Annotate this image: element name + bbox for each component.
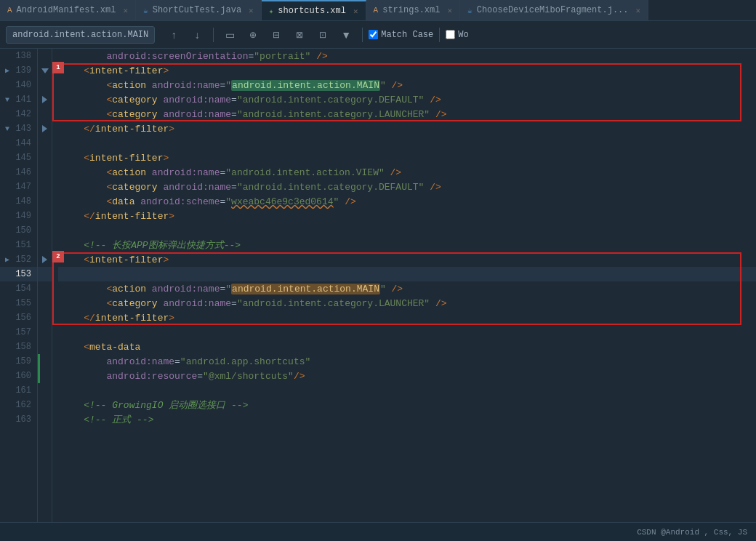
code-line-162[interactable]: <!-- GrowingIO 启动圈选接口 --> [58,398,756,412]
line-numbers: 138 139▶ 140 141▼ 142 143▼ 144 145 146 1… [0,49,38,522]
linenum-154: 154 [0,281,37,296]
tab-close-androidmanifest[interactable]: ✕ [123,6,128,15]
linenum-163: 163 [0,412,37,427]
linenum-156: 156 [0,310,37,325]
match-case-label: Match Case [381,30,433,40]
fold-triangle-141[interactable] [42,96,47,103]
linenum-138: 138 [0,49,37,63]
code-line-140[interactable]: <action android:name="android.intent.act… [58,78,756,92]
status-text: CSDN @Android , Css, JS [637,528,747,537]
tab-shortcuttest[interactable]: ☕ ShortCutTest.java ✕ [136,0,262,21]
view-btn-1[interactable]: ▭ [220,25,240,44]
code-line-154[interactable]: <action android:name="android.intent.act… [58,281,756,296]
gutter-144 [38,136,52,151]
code-line-159[interactable]: android:name="android.app.shortcuts" [58,354,756,369]
linenum-145: 145 [0,151,37,165]
linenum-143: 143▼ [0,121,37,136]
fold-icon-143[interactable]: ▼ [3,124,12,133]
wo-label: Wo [458,30,468,40]
tab-close-strings[interactable]: ✕ [447,6,452,15]
gutter-148 [38,194,52,209]
tab-label-shortcuttest: ShortCutTest.java [153,5,241,15]
tab-choosemibo[interactable]: ☕ ChooseDeviceMiboFragment.j... ✕ [460,0,648,21]
match-badge-2: 2 [52,251,64,263]
fold-triangle-139[interactable] [41,68,49,73]
linenum-162: 162 [0,398,37,412]
toolbar-sep-2 [362,28,363,42]
gutter-143[interactable] [38,121,52,136]
linenum-144: 144 [0,136,37,151]
scroll-down-button[interactable]: ↓ [187,25,207,44]
tab-label-choosemibo: ChooseDeviceMiboFragment.j... [477,5,629,15]
view-btn-5[interactable]: ⊡ [313,25,333,44]
tab-icon-shortcuts: ✦ [269,7,274,16]
code-line-153[interactable] [58,267,756,281]
tab-label-androidmanifest: AndroidManifest.xml [17,5,116,15]
code-line-144[interactable] [58,136,756,151]
match-case-checkbox[interactable] [369,30,378,39]
tab-close-shortcuttest[interactable]: ✕ [249,6,254,15]
linenum-152: 152▶ [0,252,37,267]
tab-close-shortcuts[interactable]: ✕ [353,7,358,16]
fold-icon-139[interactable]: ▶ [3,66,12,75]
gutter-153 [38,267,52,281]
code-line-138[interactable]: android:screenOrientation="portrait" /> [58,49,756,63]
linenum-141: 141▼ [0,92,37,107]
fold-icon-152[interactable]: ▶ [3,255,12,264]
code-line-149[interactable]: </intent-filter> [58,209,756,223]
filter-btn[interactable]: ▼ [336,25,356,44]
tab-shortcuts[interactable]: ✦ shortcuts.xml ✕ [262,0,366,21]
tab-strings[interactable]: A strings.xml ✕ [366,0,460,21]
linenum-158: 158 [0,340,37,354]
code-line-147[interactable]: <category android:name="android.intent.c… [58,180,756,194]
code-line-141[interactable]: <category android:name="android.intent.c… [58,92,756,107]
gutter-139[interactable] [38,63,52,78]
fold-icon-141[interactable]: ▼ [3,95,12,104]
fold-triangle-143[interactable] [42,125,47,132]
code-line-158[interactable]: <meta-data [58,340,756,354]
linenum-155: 155 [0,296,37,310]
code-line-146[interactable]: <action android:name="android.intent.act… [58,165,756,180]
code-line-150[interactable] [58,223,756,238]
code-line-151[interactable]: <!-- 长按APP图标弹出快捷方式--> [58,238,756,252]
gutter-160 [38,369,52,383]
code-line-142[interactable]: <category android:name="android.intent.c… [58,107,756,121]
view-btn-4[interactable]: ⊠ [289,25,310,44]
code-line-163[interactable]: <!-- 正式 --> [58,412,756,427]
tab-bar: A AndroidManifest.xml ✕ ☕ ShortCutTest.j… [0,0,756,21]
code-line-152[interactable]: <intent-filter> [58,252,756,267]
gutter-146 [38,165,52,180]
tab-androidmanifest[interactable]: A AndroidManifest.xml ✕ [0,0,136,21]
code-line-143[interactable]: </intent-filter> [58,121,756,136]
gutter-138 [38,49,52,63]
status-bar: CSDN @Android , Css, JS [0,522,756,541]
code-line-139[interactable]: <intent-filter> [58,63,756,78]
match-case-checkbox-label[interactable]: Match Case [369,30,433,40]
gutter-140 [38,78,52,92]
gutter-141[interactable] [38,92,52,107]
tab-icon-shortcuttest: ☕ [143,6,148,15]
code-line-156[interactable]: </intent-filter> [58,310,756,325]
toolbar: android.intent.action.MAIN ↑ ↓ ▭ ⊕ ⊟ ⊠ ⊡… [0,21,756,49]
gutter-162 [38,398,52,412]
wo-checkbox[interactable] [446,30,455,39]
code-line-157[interactable] [58,325,756,340]
gutter-151 [38,238,52,252]
wo-checkbox-label[interactable]: Wo [446,30,468,40]
scroll-up-button[interactable]: ↑ [164,25,184,44]
match-badge-1: 1 [52,62,64,73]
code-line-145[interactable]: <intent-filter> [58,151,756,165]
gutter-152[interactable] [38,252,52,267]
gutter-156 [38,310,52,325]
code-line-148[interactable]: <data android:scheme="wxeabc46e9c3ed0614… [58,194,756,209]
linenum-153: 153 [0,267,37,281]
view-btn-3[interactable]: ⊟ [266,25,286,44]
code-line-161[interactable] [58,383,756,398]
fold-triangle-152[interactable] [42,256,47,263]
code-content[interactable]: 1 2 android:screenOrientation="portrait"… [52,49,756,522]
tab-close-choosemibo[interactable]: ✕ [636,6,641,15]
code-line-155[interactable]: <category android:name="android.intent.c… [58,296,756,310]
code-line-160[interactable]: android:resource="@xml/shortcuts"/> [58,369,756,383]
view-btn-2[interactable]: ⊕ [243,25,263,44]
gutter-154 [38,281,52,296]
